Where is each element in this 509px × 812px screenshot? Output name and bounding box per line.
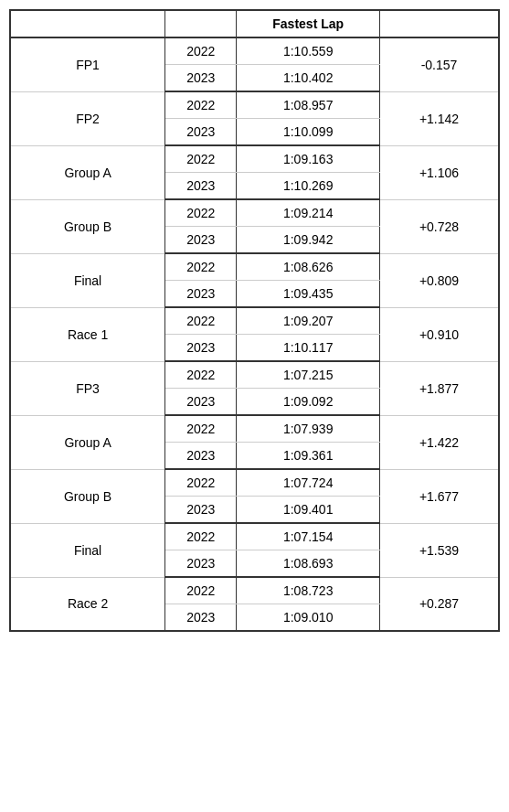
diff-cell: +1.539	[379, 523, 499, 577]
year-cell: 2022	[165, 91, 237, 119]
session-cell: Final	[10, 253, 165, 307]
year-cell: 2022	[165, 199, 237, 227]
year-cell: 2023	[165, 604, 237, 632]
session-cell: Race 2	[10, 577, 165, 631]
table-row: Final20221:08.626+0.809	[10, 253, 499, 281]
lap-time-cell: 1:07.724	[237, 469, 380, 497]
lap-time-cell: 1:07.939	[237, 415, 380, 443]
diff-cell: +0.287	[379, 577, 499, 631]
table-row: Group A20221:09.163+1.106	[10, 145, 499, 173]
session-cell: FP1	[10, 37, 165, 91]
lap-time-cell: 1:10.559	[237, 37, 380, 65]
session-cell: Group B	[10, 199, 165, 253]
session-cell: Race 1	[10, 307, 165, 361]
year-cell: 2022	[165, 253, 237, 281]
year-cell: 2022	[165, 469, 237, 497]
year-cell: 2023	[165, 497, 237, 524]
table-row: Race 120221:09.207+0.910	[10, 307, 499, 335]
lap-time-cell: 1:09.942	[237, 227, 380, 254]
year-cell: 2022	[165, 577, 237, 604]
lap-time-cell: 1:09.214	[237, 199, 380, 227]
table-container: Fastest Lap FP120221:10.559-0.15720231:1…	[9, 9, 500, 632]
header-fastest-lap: Fastest Lap	[237, 10, 380, 37]
lap-time-cell: 1:10.269	[237, 173, 380, 200]
year-cell: 2023	[165, 173, 237, 200]
diff-cell: +0.728	[379, 199, 499, 253]
year-cell: 2022	[165, 523, 237, 550]
lap-time-cell: 1:08.957	[237, 91, 380, 119]
diff-cell: +1.877	[379, 361, 499, 415]
session-cell: FP3	[10, 361, 165, 415]
lap-time-cell: 1:09.401	[237, 497, 380, 524]
table-row: Final20221:07.154+1.539	[10, 523, 499, 550]
lap-time-cell: 1:08.693	[237, 550, 380, 578]
session-cell: Group B	[10, 469, 165, 523]
lap-time-cell: 1:07.154	[237, 523, 380, 550]
lap-time-cell: 1:08.723	[237, 577, 380, 604]
header-year	[165, 10, 237, 37]
table-row: Group B20221:07.724+1.677	[10, 469, 499, 497]
table-row: FP120221:10.559-0.157	[10, 37, 499, 65]
lap-time-cell: 1:09.435	[237, 281, 380, 308]
session-cell: FP2	[10, 91, 165, 145]
table-row: FP320221:07.215+1.877	[10, 361, 499, 389]
diff-cell: +1.142	[379, 91, 499, 145]
year-cell: 2023	[165, 227, 237, 254]
table-row: Group A20221:07.939+1.422	[10, 415, 499, 443]
table-row: Race 220221:08.723+0.287	[10, 577, 499, 604]
diff-cell: -0.157	[379, 37, 499, 91]
year-cell: 2023	[165, 119, 237, 146]
comparison-table: Fastest Lap FP120221:10.559-0.15720231:1…	[9, 9, 500, 632]
lap-time-cell: 1:08.626	[237, 253, 380, 281]
header-diff	[379, 10, 499, 37]
year-cell: 2023	[165, 550, 237, 578]
diff-cell: +0.910	[379, 307, 499, 361]
year-cell: 2022	[165, 415, 237, 443]
lap-time-cell: 1:07.215	[237, 361, 380, 389]
year-cell: 2022	[165, 307, 237, 335]
lap-time-cell: 1:10.099	[237, 119, 380, 146]
table-row: Group B20221:09.214+0.728	[10, 199, 499, 227]
lap-time-cell: 1:09.163	[237, 145, 380, 173]
lap-time-cell: 1:09.010	[237, 604, 380, 632]
session-cell: Group A	[10, 415, 165, 469]
year-cell: 2023	[165, 65, 237, 92]
session-cell: Group A	[10, 145, 165, 199]
year-cell: 2023	[165, 443, 237, 470]
header-session	[10, 10, 165, 37]
diff-cell: +1.106	[379, 145, 499, 199]
year-cell: 2023	[165, 281, 237, 308]
table-row: FP220221:08.957+1.142	[10, 91, 499, 119]
year-cell: 2022	[165, 361, 237, 389]
lap-time-cell: 1:10.117	[237, 335, 380, 362]
diff-cell: +1.677	[379, 469, 499, 523]
diff-cell: +0.809	[379, 253, 499, 307]
session-cell: Final	[10, 523, 165, 577]
lap-time-cell: 1:09.207	[237, 307, 380, 335]
lap-time-cell: 1:09.361	[237, 443, 380, 470]
lap-time-cell: 1:10.402	[237, 65, 380, 92]
year-cell: 2023	[165, 335, 237, 362]
diff-cell: +1.422	[379, 415, 499, 469]
year-cell: 2022	[165, 145, 237, 173]
year-cell: 2022	[165, 37, 237, 65]
year-cell: 2023	[165, 389, 237, 416]
lap-time-cell: 1:09.092	[237, 389, 380, 416]
